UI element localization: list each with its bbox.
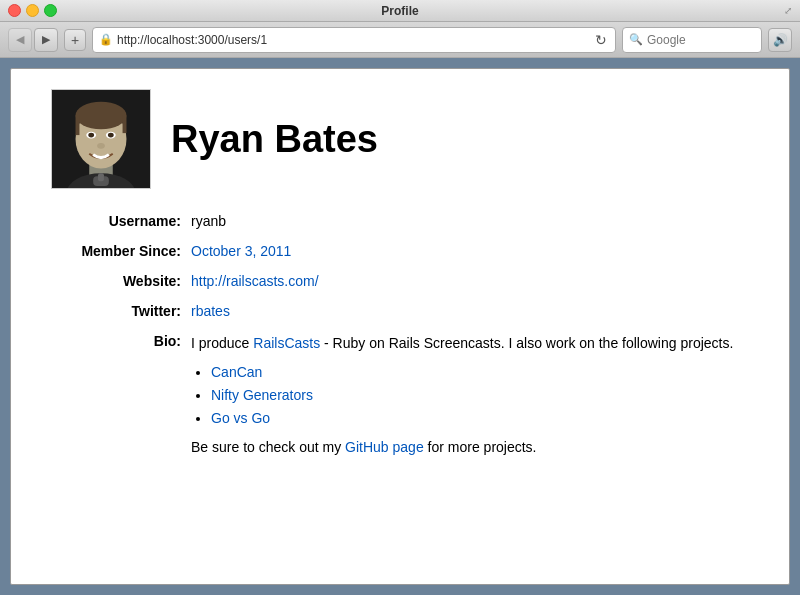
resize-icon: ⤢ — [784, 5, 792, 16]
username-value: ryanb — [191, 213, 749, 229]
svg-point-11 — [97, 143, 105, 149]
bio-middle: - Ruby on Rails Screencasts. I also work… — [320, 335, 733, 351]
search-input[interactable] — [647, 33, 737, 47]
speaker-button[interactable]: 🔊 — [768, 28, 792, 52]
profile-name: Ryan Bates — [171, 118, 378, 161]
window-controls[interactable] — [8, 4, 57, 17]
github-page-link[interactable]: GitHub page — [345, 439, 424, 455]
username-row: Username: ryanb — [51, 213, 749, 229]
bio-projects-list: CanCan Nifty Generators Go vs Go — [211, 362, 749, 429]
profile-header: Ryan Bates — [51, 89, 749, 189]
member-since-value: October 3, 2011 — [191, 243, 749, 259]
bio-value: I produce RailsCasts - Ruby on Rails Scr… — [191, 333, 749, 458]
address-bar-container: 🔒 ↻ — [92, 27, 616, 53]
back-button[interactable]: ◀ — [8, 28, 32, 52]
member-since-row: Member Since: October 3, 2011 — [51, 243, 749, 259]
add-tab-button[interactable]: + — [64, 29, 86, 51]
list-item: Go vs Go — [211, 408, 749, 429]
twitter-label: Twitter: — [51, 303, 191, 319]
avatar — [51, 89, 151, 189]
svg-rect-5 — [76, 115, 80, 135]
bio-footer-pre: Be sure to check out my — [191, 439, 345, 455]
website-link[interactable]: http://railscasts.com/ — [191, 273, 319, 289]
refresh-button[interactable]: ↻ — [593, 32, 609, 48]
svg-point-10 — [108, 133, 114, 138]
go-vs-go-link[interactable]: Go vs Go — [211, 410, 270, 426]
svg-point-4 — [76, 102, 127, 129]
website-value: http://railscasts.com/ — [191, 273, 749, 289]
nav-buttons: ◀ ▶ — [8, 28, 58, 52]
member-since-label: Member Since: — [51, 243, 191, 259]
username-label: Username: — [51, 213, 191, 229]
title-bar: Profile ⤢ — [0, 0, 800, 22]
minimize-button[interactable] — [26, 4, 39, 17]
browser-toolbar: ◀ ▶ + 🔒 ↻ 🔍 🔊 — [0, 22, 800, 58]
close-button[interactable] — [8, 4, 21, 17]
svg-rect-6 — [123, 115, 127, 133]
address-icon: 🔒 — [99, 33, 113, 46]
forward-button[interactable]: ▶ — [34, 28, 58, 52]
profile-fields: Username: ryanb Member Since: October 3,… — [51, 213, 749, 458]
list-item: Nifty Generators — [211, 385, 749, 406]
search-bar-container: 🔍 — [622, 27, 762, 53]
twitter-value: rbates — [191, 303, 749, 319]
bio-intro: I produce — [191, 335, 253, 351]
maximize-button[interactable] — [44, 4, 57, 17]
railscasts-link[interactable]: RailsCasts — [253, 335, 320, 351]
twitter-link[interactable]: rbates — [191, 303, 230, 319]
window-title: Profile — [381, 4, 418, 18]
bio-row: Bio: I produce RailsCasts - Ruby on Rail… — [51, 333, 749, 458]
browser-area: Ryan Bates Username: ryanb Member Since:… — [0, 58, 800, 595]
bio-footer: Be sure to check out my GitHub page for … — [191, 437, 749, 458]
list-item: CanCan — [211, 362, 749, 383]
address-bar[interactable] — [117, 33, 589, 47]
website-label: Website: — [51, 273, 191, 289]
page-container: Ryan Bates Username: ryanb Member Since:… — [10, 68, 790, 585]
svg-point-9 — [88, 133, 94, 138]
website-row: Website: http://railscasts.com/ — [51, 273, 749, 289]
cancan-link[interactable]: CanCan — [211, 364, 262, 380]
twitter-row: Twitter: rbates — [51, 303, 749, 319]
svg-rect-13 — [98, 173, 104, 181]
nifty-generators-link[interactable]: Nifty Generators — [211, 387, 313, 403]
search-icon: 🔍 — [629, 33, 643, 46]
bio-label: Bio: — [51, 333, 191, 349]
bio-footer-post: for more projects. — [424, 439, 537, 455]
